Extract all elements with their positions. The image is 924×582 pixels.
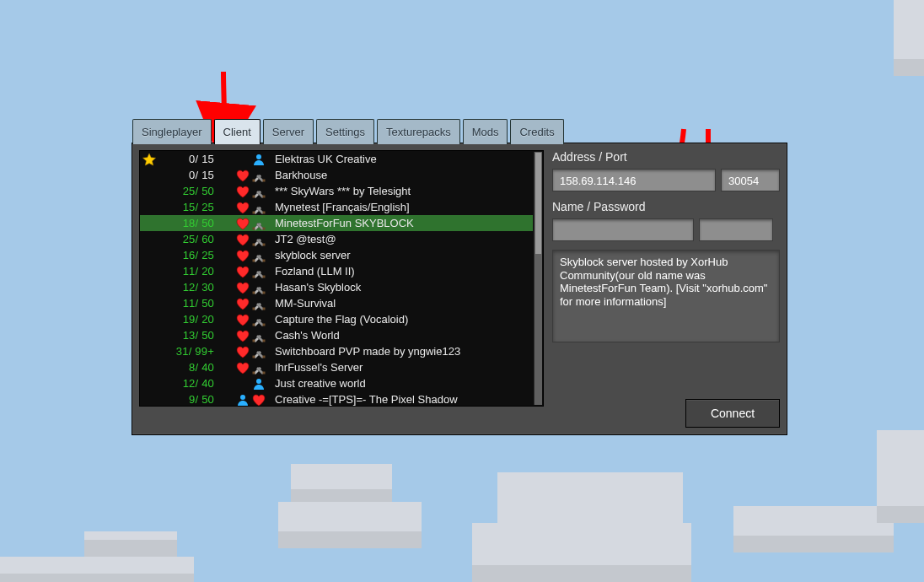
server-list-item[interactable]: 16/ 25skyblock server — [140, 247, 533, 263]
server-player-count: 12/ 40 — [157, 375, 218, 391]
server-name: IhrFussel's Server — [270, 359, 533, 375]
address-port-label: Address / Port — [552, 150, 780, 164]
server-player-count: 9/ 50 — [157, 391, 218, 406]
port-input[interactable]: 30054 — [721, 169, 780, 191]
server-name: Mynetest [Français/English] — [270, 199, 533, 215]
tab-client[interactable]: Client — [214, 119, 261, 144]
pvp-icon — [251, 217, 266, 230]
server-player-count: 11/ 50 — [157, 295, 218, 311]
voxel-block — [278, 502, 422, 548]
favorite-placeholder — [142, 233, 157, 246]
password-input[interactable] — [699, 218, 773, 241]
favorite-placeholder — [142, 201, 157, 214]
voxel-block — [894, 0, 924, 76]
server-list-item[interactable]: 12/ 40Just creative world — [140, 375, 533, 391]
server-flags — [218, 265, 270, 278]
favorite-placeholder — [142, 393, 157, 407]
damage-icon — [235, 329, 250, 342]
server-list-item[interactable]: 13/ 50Cash's World — [140, 327, 533, 343]
server-flags — [218, 249, 270, 262]
damage-icon — [235, 281, 250, 294]
main-menu-dialog: 0/ 15Elektras UK Creative0/ 15Barkhouse2… — [132, 143, 787, 435]
server-player-count: 13/ 50 — [157, 327, 218, 343]
server-name: Cash's World — [270, 327, 533, 343]
damage-icon — [251, 393, 266, 407]
tab-credits[interactable]: Credits — [510, 119, 563, 144]
server-flags — [218, 185, 270, 198]
damage-icon — [235, 185, 250, 198]
favorite-placeholder — [142, 377, 157, 391]
server-name: skyblock server — [270, 247, 533, 263]
server-flags — [218, 233, 270, 246]
creative-icon — [251, 377, 266, 391]
connect-pane: Address / Port 158.69.114.146 30054 Name… — [552, 150, 780, 428]
favorite-placeholder — [142, 217, 157, 230]
server-list-item[interactable]: 11/ 50MM-Survival — [140, 295, 533, 311]
main-tabs: SingleplayerClientServerSettingsTexturep… — [132, 143, 564, 169]
tab-server[interactable]: Server — [263, 119, 314, 144]
favorite-placeholder — [142, 297, 157, 310]
tab-singleplayer[interactable]: Singleplayer — [132, 119, 212, 144]
tab-settings[interactable]: Settings — [316, 119, 374, 144]
server-list-item[interactable]: 11/ 20Fozland (LLM II) — [140, 263, 533, 279]
server-flags — [218, 169, 270, 182]
server-list-item[interactable]: 25/ 50*** SkyWars *** by Telesight — [140, 183, 533, 199]
server-name: Barkhouse — [270, 167, 533, 183]
pvp-icon — [251, 281, 266, 294]
server-player-count: 31/ 99+ — [157, 343, 218, 359]
server-flags — [218, 201, 270, 214]
damage-icon — [235, 297, 250, 310]
server-name: Hasan's Skyblock — [270, 279, 533, 295]
favorite-placeholder — [142, 281, 157, 294]
pvp-icon — [251, 185, 266, 198]
connect-button[interactable]: Connect — [685, 399, 780, 428]
server-flags — [218, 361, 270, 375]
server-player-count: 16/ 25 — [157, 247, 218, 263]
server-player-count: 18/ 50 — [157, 215, 218, 231]
server-list-item[interactable]: 12/ 30Hasan's Skyblock — [140, 279, 533, 295]
damage-icon — [235, 249, 250, 262]
favorite-placeholder — [142, 345, 157, 358]
voxel-block — [877, 430, 924, 523]
server-name: Capture the Flag (Vocaloid) — [270, 311, 533, 327]
voxel-block — [733, 506, 894, 552]
pvp-icon — [251, 201, 266, 214]
server-list-item[interactable]: 15/ 25Mynetest [Français/English] — [140, 199, 533, 215]
server-name: Fozland (LLM II) — [270, 263, 533, 279]
server-player-count: 12/ 30 — [157, 279, 218, 295]
voxel-block — [291, 464, 392, 506]
server-name: *** SkyWars *** by Telesight — [270, 183, 533, 199]
pvp-icon — [251, 233, 266, 246]
pvp-icon — [251, 361, 266, 375]
voxel-block — [472, 523, 691, 582]
server-list-item[interactable]: 8/ 40IhrFussel's Server — [140, 359, 533, 375]
server-list[interactable]: 0/ 15Elektras UK Creative0/ 15Barkhouse2… — [139, 150, 544, 407]
tab-mods[interactable]: Mods — [463, 119, 508, 144]
server-list-scrollbar[interactable] — [534, 152, 542, 405]
server-player-count: 19/ 20 — [157, 311, 218, 327]
pvp-icon — [251, 249, 266, 262]
server-list-item[interactable]: 19/ 20Capture the Flag (Vocaloid) — [140, 311, 533, 327]
server-flags — [218, 313, 270, 326]
server-player-count: 11/ 20 — [157, 263, 218, 279]
name-input[interactable] — [552, 218, 694, 241]
server-list-item[interactable]: 18/ 50MinetestForFun SKYBLOCK — [140, 215, 533, 231]
server-list-item[interactable]: 25/ 60JT2 @test@ — [140, 231, 533, 247]
damage-icon — [235, 361, 250, 375]
server-list-item[interactable]: 9/ 50Creative -=[TPS]=- The Pixel Shadow — [140, 391, 533, 406]
pvp-icon — [251, 265, 266, 278]
server-flags — [218, 297, 270, 310]
address-input[interactable]: 158.69.114.146 — [552, 169, 716, 191]
server-player-count: 15/ 25 — [157, 199, 218, 215]
server-list-item[interactable]: 0/ 15Barkhouse — [140, 167, 533, 183]
favorite-placeholder — [142, 329, 157, 342]
favorite-placeholder — [142, 361, 157, 375]
damage-icon — [235, 217, 250, 230]
damage-icon — [235, 313, 250, 326]
voxel-block — [0, 557, 194, 582]
server-list-item[interactable]: 31/ 99+Switchboard PVP made by yngwie123 — [140, 343, 533, 359]
server-name: Just creative world — [270, 375, 533, 391]
tab-texturepacks[interactable]: Texturepacks — [377, 119, 460, 144]
damage-icon — [235, 233, 250, 246]
pvp-icon — [251, 345, 266, 358]
